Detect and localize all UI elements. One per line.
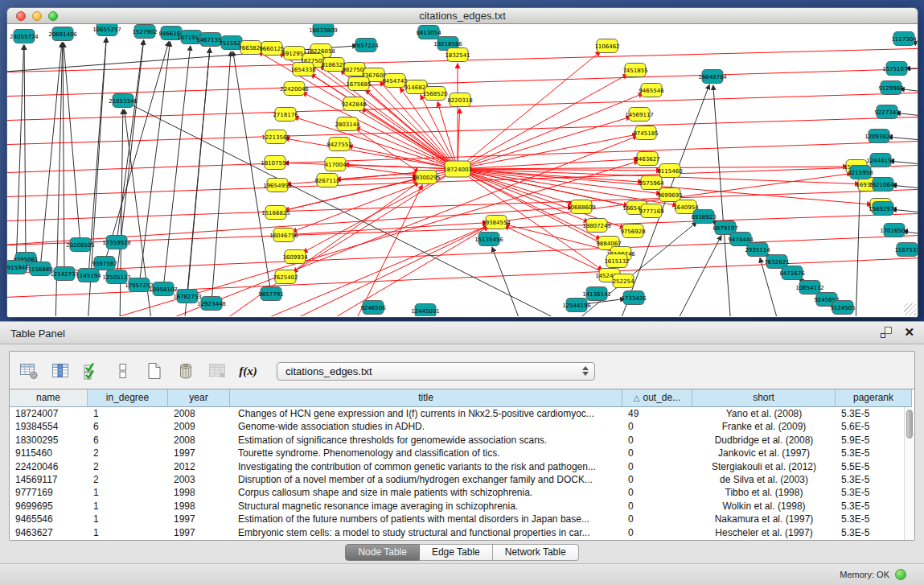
graph-node-label: 15135456 [474,237,503,243]
graph-node-label: 9660125 [259,46,284,52]
table-selector-dropdown[interactable]: citations_edges.txt [277,362,595,381]
table-row[interactable]: 1938455462009Genome-wide association stu… [10,420,904,433]
memory-status-indicator[interactable] [895,569,906,580]
table-row[interactable]: 1830029562008Estimation of significance … [10,434,904,447]
function-builder-button[interactable]: f(x) [237,360,259,382]
table-mode-button[interactable] [18,360,39,382]
column-header-short[interactable]: short [692,389,836,407]
table-panel: Table Panel ✕ [0,321,924,585]
table-cell: 2 [88,473,168,486]
delete-column-button[interactable] [175,360,196,382]
graph-edge [211,51,231,303]
table-toolbar: f(x) citations_edges.txt [18,355,595,387]
table-cell: 5.3E-5 [836,526,904,539]
graph-node-label: 9745185 [633,130,658,137]
table-row[interactable]: 946362711997Embryonic stem cells: a mode… [10,526,904,539]
column-header-title[interactable]: title [230,389,622,407]
column-header-label: short [753,392,774,403]
graph-node-label: 1675685 [346,81,371,88]
table-row[interactable]: 1872400712008Changes of HCN gene express… [10,407,904,420]
table-cell: Stergiakouli et al. (2012) [692,460,836,473]
table-cell: 1 [88,513,168,525]
show-columns-button[interactable] [49,360,71,382]
table-row[interactable]: 911546021997Tourette syndrome. Phenomeno… [10,447,904,459]
table-cell: 5.3E-5 [836,513,904,525]
graph-node-label: 16782753 [173,294,202,300]
table-cell: 9115460 [10,447,88,459]
table-cell: 9465546 [10,513,88,525]
table-cell: 0 [622,526,692,539]
new-column-button[interactable] [143,360,165,382]
tab-edge-table[interactable]: Edge Table [420,544,493,561]
graph-node-label: 15166825 [261,210,290,216]
minimize-window-button[interactable] [32,11,42,21]
table-cell: 5.6E-5 [836,420,904,433]
table-row[interactable]: 969969511998Structural magnetic resonanc… [10,500,904,513]
table-row[interactable]: 946554611997Estimation of the future num… [10,513,904,525]
unselect-all-columns-icon [113,361,133,381]
select-all-columns-button[interactable] [80,360,102,382]
table-scrollbar[interactable] [904,407,914,540]
graph-node-label: 10654112 [795,285,824,291]
new-column-icon [145,361,164,381]
graph-node-label: 1615132 [604,258,629,265]
graph-node-label: 9267110 [314,178,339,184]
close-panel-icon[interactable]: ✕ [904,327,914,338]
graph-node-label: 17359928 [102,240,131,246]
network-canvas[interactable]: 2405572420691406106552571527902846616010… [7,24,918,317]
desktop-background: citations_edges.txt 24055724206914061065… [0,0,924,321]
graph-edge [281,226,488,316]
delete-table-button [206,360,228,382]
window-resize-grip[interactable] [904,303,916,315]
column-header-label: out_de... [643,392,680,403]
graph-node-label: 252254 [613,278,634,285]
graph-node-label: 2935114 [745,247,770,253]
graph-node-label: 20691406 [48,31,77,38]
graph-node-label: 17016504 [880,228,909,234]
table-cell: 0 [622,513,692,525]
graph-node-label: 1156889 [27,266,52,273]
unselect-all-columns-button[interactable] [112,360,133,382]
graph-node-label: 9115460 [657,168,682,175]
table-cell: Corpus callosum shape and size in male p… [230,486,622,499]
table-row[interactable]: 977716911998Corpus callosum shape and si… [10,486,904,499]
column-header-out-de-[interactable]: △out_de... [622,389,692,407]
column-header-in-degree[interactable]: in_degree [88,389,168,407]
float-panel-icon[interactable] [881,327,892,338]
close-window-button[interactable] [16,11,26,21]
table-cell: 18724007 [10,407,88,420]
graph-edge [7,117,918,145]
table-row[interactable]: 1456911722003Disruption of a novel membe… [10,473,904,486]
table-cell: Genome-wide association studies in ADHD. [230,420,622,433]
graph-node-label: 10688609 [567,204,596,211]
graph-edge [675,236,721,316]
zoom-window-button[interactable] [48,11,58,21]
column-header-pagerank[interactable]: pagerank [836,389,912,407]
graph-edge [7,189,918,221]
graph-node-label: 12444158 [866,158,895,164]
tab-node-table[interactable]: Node Table [345,544,420,561]
graph-node-label: 1832541 [445,52,470,59]
table-cell: 0 [622,460,692,473]
delete-table-icon [207,361,227,381]
tab-network-table[interactable]: Network Table [493,544,579,561]
column-header-year[interactable]: year [168,389,230,407]
graph-edge [105,42,169,263]
table-cell: Jankovic et al. (1997) [692,447,836,459]
table-row[interactable]: 2242004622012Investigating the contribut… [10,460,904,473]
graph-node-label: 12142737 [50,271,79,278]
column-header-label: in_degree [106,392,149,403]
table-scrollbar-thumb[interactable] [906,410,913,439]
graph-edge [713,85,731,316]
window-title: citations_edges.txt [7,8,918,23]
network-graph: 2405572420691406106552571527902846616010… [7,24,918,316]
table-cell: 9777169 [10,486,88,499]
network-window-titlebar[interactable]: citations_edges.txt [7,8,918,24]
table-cell: 1 [88,526,168,539]
graph-node-label: 20206505 [66,242,95,249]
table-type-tabs: Node TableEdge TableNetwork Table [0,542,924,562]
column-header-name[interactable]: name [10,389,88,407]
graph-node-label: 18107554 [261,160,290,167]
table-cell: 0 [622,434,692,447]
table-panel-title: Table Panel [10,328,65,340]
